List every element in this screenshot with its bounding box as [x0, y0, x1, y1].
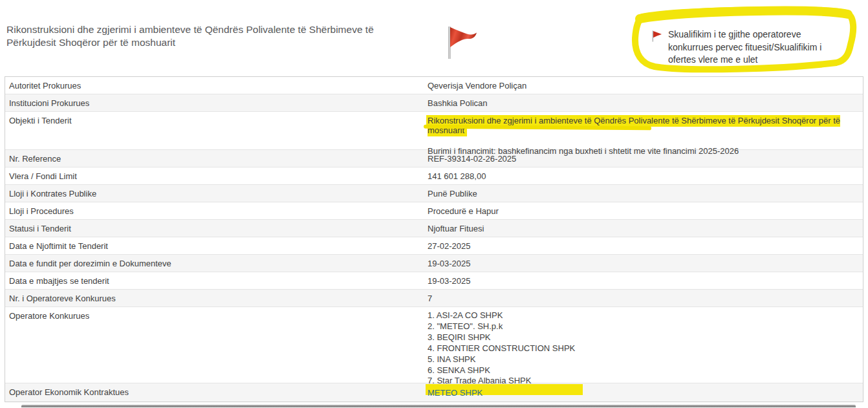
table-row: Lloji i Procedures Procedurë e Hapur [5, 202, 863, 220]
table-row: Statusi i Tenderit Njoftuar Fituesi [5, 220, 863, 237]
row-label: Data e fundit per dorezimin e Dokumentev… [5, 255, 422, 272]
row-value: Njoftuar Fituesi [422, 220, 863, 237]
row-label: Autoritet Prokurues [5, 77, 422, 94]
annotation-note: Skualifikim i te gjithe operatoreve konk… [623, 4, 865, 75]
next-section-edge [21, 405, 856, 407]
row-label: Data e Njoftimit te Tenderit [5, 237, 422, 254]
row-label: Nr. Reference [5, 150, 422, 167]
row-value: 141 601 288,00 [422, 167, 863, 184]
table-row: Data e mbajtjes se tenderit 19-03-2025 [5, 272, 863, 290]
row-value: 1. ASI-2A CO SHPK 2. "METEO". SH.p.k 3. … [422, 307, 863, 383]
table-row: Institucioni Prokurues Bashkia Polican [5, 94, 863, 112]
row-value: Qeverisja Vendore Poliçan [422, 77, 863, 94]
row-label: Vlera / Fondi Limit [5, 167, 422, 184]
competing-operator: 1. ASI-2A CO SHPK [428, 310, 858, 321]
red-flag-icon [651, 30, 662, 43]
table-row: Objekti i Tenderit Rikonstruksioni dhe z… [5, 112, 863, 150]
table-row: Data e fundit per dorezimin e Dokumentev… [5, 255, 863, 272]
competing-operator: 2. "METEO". SH.p.k [428, 321, 858, 332]
red-flag-icon-large [442, 23, 483, 63]
competing-operator: 3. BEQIRI SHPK [428, 332, 858, 343]
competing-operator: 5. INA SHPK [428, 354, 858, 365]
table-row: Nr. i Operatoreve Konkurues 7 [5, 290, 863, 307]
competing-operator: 4. FRONTIER CONSTRUCTION SHPK [428, 343, 858, 354]
annotation-text: Skualifikim i te gjithe operatoreve konk… [668, 28, 848, 67]
row-label: Institucioni Prokurues [5, 94, 422, 111]
row-label: Objekti i Tenderit [5, 112, 422, 149]
row-label: Lloji i Kontrates Publike [5, 185, 422, 202]
row-value: 19-03-2025 [422, 255, 863, 272]
row-label: Statusi i Tenderit [5, 220, 422, 237]
row-value: Punë Publike [422, 185, 863, 202]
row-value: Rikonstruksioni dhe zgjerimi i ambientev… [422, 112, 863, 149]
contracted-operator-link[interactable]: METEO SHPK [428, 387, 483, 398]
table-row: Autoritet Prokurues Qeverisja Vendore Po… [5, 77, 863, 94]
table-row: Nr. Reference REF-39314-02-26-2025 [5, 150, 863, 167]
row-value: Bashkia Polican [422, 94, 863, 111]
row-label: Lloji i Procedures [5, 202, 422, 219]
tender-detail-page: Rikonstruksioni dhe zgjerimi i ambientev… [0, 0, 868, 408]
table-row: Operator Ekonomik Kontraktues METEO SHPK [5, 383, 863, 402]
row-label: Operator Ekonomik Kontraktues [5, 383, 422, 402]
row-label: Data e mbajtjes se tenderit [5, 272, 422, 289]
table-row: Operatore Konkurues 1. ASI-2A CO SHPK 2.… [5, 307, 863, 383]
row-value: REF-39314-02-26-2025 [422, 150, 863, 167]
table-row: Data e Njoftimit te Tenderit 27-02-2025 [5, 237, 863, 255]
row-value: 19-03-2025 [422, 272, 863, 289]
row-label: Operatore Konkurues [5, 307, 422, 383]
page-title: Rikonstruksioni dhe zgjerimi i ambientev… [6, 23, 407, 48]
row-value: 27-02-2025 [422, 237, 863, 254]
row-value: Procedurë e Hapur [422, 202, 863, 219]
row-value: 7 [422, 290, 863, 306]
row-label: Nr. i Operatoreve Konkurues [5, 290, 422, 306]
competing-operator: 6. SENKA SHPK [428, 365, 858, 376]
table-row: Vlera / Fondi Limit 141 601 288,00 [5, 167, 863, 185]
table-row: Lloji i Kontrates Publike Punë Publike [5, 185, 863, 202]
row-value: METEO SHPK [422, 383, 863, 402]
tender-detail-table: Autoritet Prokurues Qeverisja Vendore Po… [5, 76, 863, 402]
